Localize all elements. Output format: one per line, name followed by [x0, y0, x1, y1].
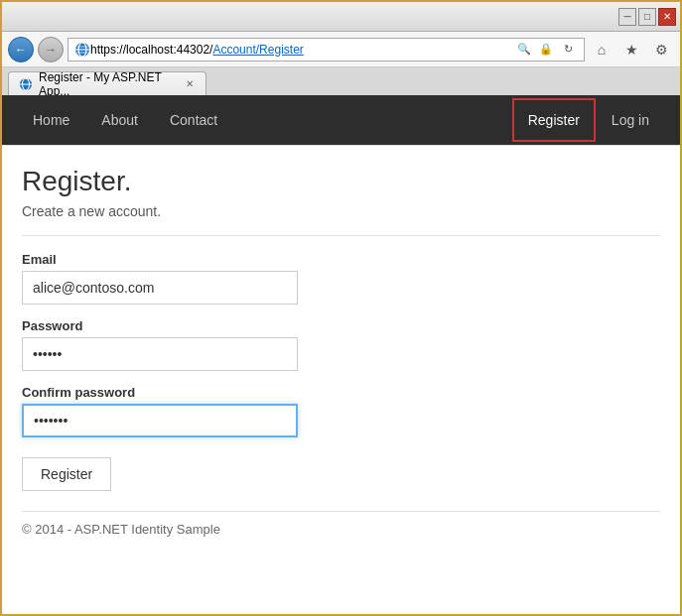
toolbar-right: ⌂ ★ ⚙ [589, 37, 674, 62]
maximize-button[interactable]: □ [638, 8, 656, 26]
address-input-wrap: https://localhost:44302/Account/Register… [68, 38, 585, 62]
confirm-password-label: Confirm password [22, 385, 660, 400]
register-submit-button[interactable]: Register [22, 457, 111, 491]
email-label: Email [22, 252, 660, 267]
tab-favicon-icon [19, 77, 33, 91]
title-bar-buttons: ─ □ ✕ [618, 8, 676, 26]
site-nav: Home About Contact Register Log in [2, 95, 680, 145]
footer-text: © 2014 - ASP.NET Identity Sample [22, 511, 660, 537]
email-group: Email [22, 252, 660, 305]
forward-button[interactable]: → [38, 37, 64, 62]
favorites-icon[interactable]: ★ [618, 37, 644, 62]
lock-icon: 🔒 [536, 40, 556, 60]
settings-icon[interactable]: ⚙ [648, 37, 674, 62]
close-button[interactable]: ✕ [658, 8, 676, 26]
email-input[interactable] [22, 271, 298, 305]
ie-browser-icon [74, 42, 90, 58]
nav-login[interactable]: Log in [596, 98, 665, 142]
password-label: Password [22, 318, 660, 333]
address-bar: ← → https://localhost:44302/Account/Regi… [2, 32, 680, 67]
address-icons: 🔍 🔒 ↻ [514, 40, 578, 60]
nav-contact[interactable]: Contact [154, 98, 233, 142]
minimize-button[interactable]: ─ [618, 8, 636, 26]
confirm-password-input[interactable] [22, 404, 298, 437]
address-text[interactable]: https://localhost:44302/Account/Register [90, 43, 514, 57]
nav-about[interactable]: About [85, 98, 154, 142]
nav-register[interactable]: Register [512, 98, 596, 142]
browser-window: ─ □ ✕ ← → https://localhost:44302/Accou [0, 0, 682, 616]
page-subtitle: Create a new account. [22, 203, 660, 219]
nav-home[interactable]: Home [17, 98, 85, 142]
nav-links: Home About Contact [17, 98, 512, 142]
confirm-password-group: Confirm password [22, 385, 660, 437]
password-group: Password [22, 318, 660, 371]
form-divider [22, 235, 660, 236]
tab-bar: Register - My ASP.NET App... ✕ [2, 67, 680, 95]
password-input[interactable] [22, 337, 298, 371]
active-tab[interactable]: Register - My ASP.NET App... ✕ [8, 71, 206, 95]
title-bar: ─ □ ✕ [2, 2, 680, 32]
search-icon[interactable]: 🔍 [514, 40, 534, 60]
home-toolbar-icon[interactable]: ⌂ [589, 37, 614, 62]
tab-close-button[interactable]: ✕ [183, 77, 196, 91]
page-content: Register. Create a new account. Email Pa… [2, 145, 680, 614]
tab-label: Register - My ASP.NET App... [39, 70, 177, 98]
page-title: Register. [22, 166, 660, 197]
back-button[interactable]: ← [8, 37, 34, 62]
refresh-icon[interactable]: ↻ [558, 40, 578, 60]
